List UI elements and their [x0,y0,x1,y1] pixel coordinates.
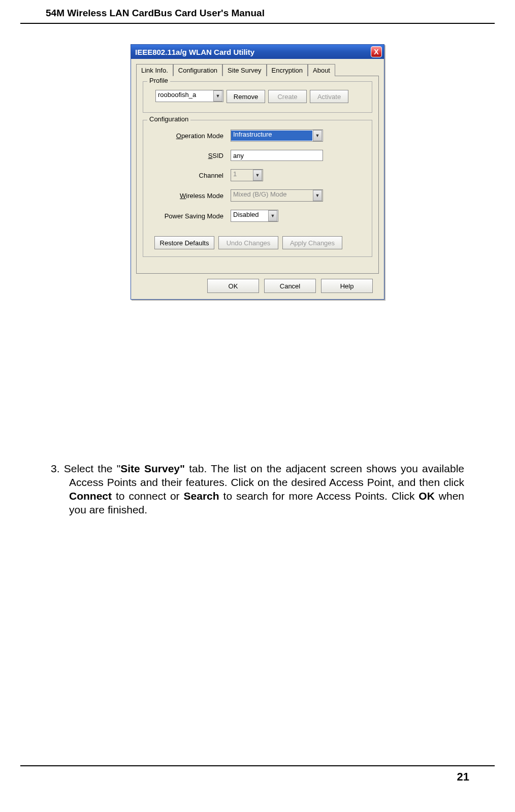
activate-button[interactable]: Activate [310,90,348,103]
chevron-down-icon: ▼ [268,210,277,221]
title-bar: IEEE802.11a/g WLAN Card Utility X [131,45,384,59]
instruction-number: 3. [51,463,60,474]
channel-combo: 1 ▼ [231,169,263,181]
chevron-down-icon: ▼ [313,130,322,141]
wireless-mode-label: Wireless Mode [154,192,231,200]
ssid-label: SSID [154,152,231,159]
tab-configuration[interactable]: Configuration [173,64,222,76]
profile-fieldset: Profile rooboofish_a ▼ Remove Create Act… [143,81,372,113]
instruction-text-3: to connect or [112,490,184,502]
chevron-down-icon: ▼ [253,170,262,181]
channel-value: 1 [231,170,252,180]
config-button-row: Restore Defaults Undo Changes Apply Chan… [149,236,366,249]
apply-changes-button[interactable]: Apply Changes [282,236,342,249]
tab-panel-configuration: Profile rooboofish_a ▼ Remove Create Act… [136,76,379,274]
tab-about[interactable]: About [308,64,335,76]
tab-encryption[interactable]: Encryption [267,64,308,76]
page-footer: 21 [20,765,495,791]
instruction-text-1: Select the " [60,463,121,474]
operation-mode-label: Operation Mode [154,132,231,140]
tab-link-info[interactable]: Link Info. [136,64,173,76]
chevron-down-icon: ▼ [313,190,322,201]
help-button[interactable]: Help [321,279,373,293]
profile-row: rooboofish_a ▼ Remove Create Activate [149,87,366,105]
configuration-legend: Configuration [147,115,190,123]
chevron-down-icon: ▼ [213,90,222,102]
title-bar-text: IEEE802.11a/g WLAN Card Utility [135,48,254,56]
wireless-mode-combo: Mixed (B/G) Mode ▼ [231,189,323,202]
ok-button[interactable]: OK [207,279,259,293]
close-button[interactable]: X [371,46,382,57]
bold-connect: Connect [69,490,112,502]
wireless-mode-value: Mixed (B/G) Mode [231,190,312,201]
cancel-button[interactable]: Cancel [264,279,316,293]
page-header: 54M Wireless LAN CardBus Card User's Man… [20,0,495,24]
screenshot-wrap: IEEE802.11a/g WLAN Card Utility X Link I… [20,44,495,300]
power-saving-mode-value: Disabled [231,211,268,221]
config-grid: Operation Mode Infrastructure ▼ SSID Cha… [149,125,366,229]
restore-defaults-button[interactable]: Restore Defaults [154,236,214,249]
profile-combo[interactable]: rooboofish_a ▼ [155,90,223,102]
remove-button[interactable]: Remove [227,90,265,103]
power-saving-mode-label: Power Saving Mode [154,212,231,220]
ssid-input[interactable] [231,150,323,161]
dialog-window: IEEE802.11a/g WLAN Card Utility X Link I… [131,44,384,300]
configuration-fieldset: Configuration Operation Mode Infrastruct… [143,120,372,257]
tab-strip: Link Info. Configuration Site Survey Enc… [136,64,379,76]
bold-site-survey: Site Survey" [120,463,185,474]
profile-legend: Profile [147,77,170,84]
instruction-text-4: to search for more Access Points. Click [219,490,419,502]
dialog-body: Link Info. Configuration Site Survey Enc… [131,59,384,299]
channel-label: Channel [154,172,231,179]
undo-changes-button[interactable]: Undo Changes [218,236,278,249]
operation-mode-value: Infrastructure [231,131,312,141]
instruction-block: 3. Select the "Site Survey" tab. The lis… [20,462,495,517]
profile-combo-value: rooboofish_a [156,91,213,101]
power-saving-mode-combo[interactable]: Disabled ▼ [231,210,278,222]
tab-site-survey[interactable]: Site Survey [222,64,266,76]
bold-search: Search [184,490,219,502]
bold-ok: OK [419,490,435,502]
instruction-item: 3. Select the "Site Survey" tab. The lis… [51,462,464,517]
operation-mode-combo[interactable]: Infrastructure ▼ [231,129,323,142]
create-button[interactable]: Create [268,90,307,103]
dialog-button-row: OK Cancel Help [136,274,379,293]
content-area: IEEE802.11a/g WLAN Card Utility X Link I… [0,24,515,765]
